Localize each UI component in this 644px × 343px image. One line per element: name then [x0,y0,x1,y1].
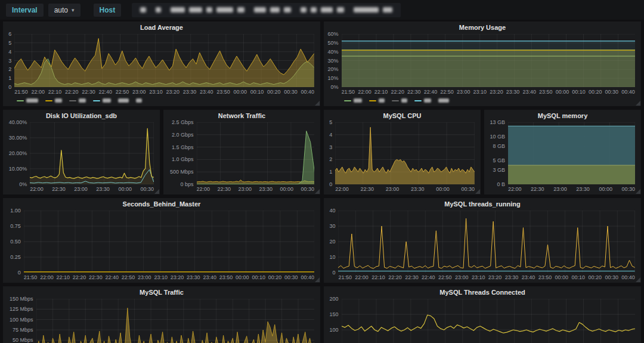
y-axis: 00.250.500.751.00 [5,211,24,273]
x-tick-label: 23:40 [522,89,536,96]
panel-title[interactable]: MySQL CPU [324,110,481,121]
redacted-text [311,7,317,13]
panel-resize-handle[interactable] [315,277,320,282]
legend-item[interactable] [69,98,86,103]
x-tick-label: 00:40 [621,274,635,282]
redacted-text [206,7,212,13]
x-axis: 22:0022:3023:0023:3000:0000:30 [197,184,314,193]
y-tick-label: 0.50 [10,239,21,245]
chart-canvas [197,122,314,184]
x-tick-label: 22:00 [508,186,522,193]
panel-resize-handle[interactable] [636,189,640,194]
y-axis: 0 B3 GB5 GB8 GB10 GB13 GB [487,122,508,184]
y-tick-label: 3 [329,144,332,150]
x-tick-label: 23:30 [183,89,197,96]
legend[interactable] [342,96,635,105]
legend-item[interactable] [369,98,385,103]
host-entry-redacted [156,7,161,13]
x-tick-label: 23:50 [539,89,553,96]
legend-item[interactable] [344,98,362,103]
panel-resize-handle[interactable] [636,101,640,106]
x-tick-label: 00:00 [555,274,569,282]
x-axis: 21:5022:0022:1022:2022:3022:4022:5023:00… [24,273,314,282]
y-tick-label: 500 Mbps [170,169,194,175]
legend-item[interactable] [118,98,129,103]
interval-variable-select[interactable]: auto ▾ [48,4,80,17]
x-tick-label: 23:30 [576,186,590,193]
x-tick-label: 22:10 [48,89,62,96]
legend[interactable] [14,96,314,105]
legend-item[interactable] [45,98,62,103]
legend-item[interactable] [392,98,407,103]
x-tick-label: 23:20 [488,274,502,282]
y-tick-label: 200 [330,296,339,302]
x-tick-label: 00:20 [267,89,281,96]
redacted-text [401,98,407,103]
y-tick-label: 30% [328,58,339,64]
x-tick-label: 00:30 [284,274,298,282]
redacted-text [79,98,86,103]
y-tick-label: 1.00 [10,208,21,214]
plot [335,122,475,184]
plot [342,34,635,87]
x-tick-label: 22:30 [89,274,103,282]
legend-item[interactable] [438,98,449,103]
x-tick-label: 22:00 [335,186,349,193]
legend-item[interactable] [17,98,38,103]
interval-variable-label[interactable]: Interval [6,4,44,17]
chart-disk-io: 0%10.00%20.00%30.00%40.00% 22:0022:3023:… [3,121,160,194]
legend-series-swatch [17,100,24,101]
x-tick-label: 00:30 [301,186,314,193]
panel-mysql-cpu: MySQL CPU 012345 22:0022:3023:0023:3000:… [324,110,481,194]
panel-title[interactable]: MySQL Traffic [3,286,320,298]
x-tick-label: 23:30 [505,274,519,282]
panel-title[interactable]: MySQL threads_running [324,198,641,209]
panel-resize-handle[interactable] [315,189,320,194]
y-tick-label: 0 [332,270,335,276]
y-tick-label: 2 [329,156,332,162]
panel-resize-handle[interactable] [154,189,159,194]
panel-title[interactable]: MySQL Threads Connected [324,286,641,298]
panel-title[interactable]: MySQL memory [484,110,641,121]
x-tick-label: 23:20 [171,274,184,282]
panel-resize-handle[interactable] [636,277,640,282]
host-variable-label[interactable]: Host [94,4,122,17]
plot [338,211,635,273]
x-tick-label: 23:50 [538,274,552,282]
panel-title[interactable]: Memory Usage [324,21,641,33]
host-variable-select[interactable] [132,3,401,17]
x-tick-label: 22:00 [30,186,44,193]
x-tick-label: 22:30 [531,186,544,193]
y-axis: 0123456 [5,34,14,87]
x-tick-label: 00:20 [589,89,602,96]
x-tick-label: 23:50 [219,274,233,282]
x-tick-label: 00:30 [605,274,618,282]
redacted-text [383,7,392,13]
legend-item[interactable] [136,98,142,103]
plot [342,299,635,343]
panel-mysql-threads-running: MySQL threads_running 010203040 21:5022:… [324,198,641,283]
x-tick-label: 21:50 [14,89,28,96]
x-tick-label: 22:30 [52,186,66,193]
panel-title[interactable]: Load Average [3,21,320,33]
legend-item[interactable] [414,98,431,103]
host-entry-redacted [171,7,244,13]
chart-mysql-cpu: 012345 22:0022:3023:0023:3000:0000:30 [324,121,481,194]
x-tick-label: 00:30 [284,89,298,96]
x-tick-label: 23:10 [149,89,163,96]
y-tick-label: 6 [8,31,11,37]
y-tick-label: 1.0 Gbps [172,156,194,162]
x-tick-label: 22:30 [407,89,421,96]
legend-item[interactable] [93,98,111,103]
x-tick-label: 23:40 [522,274,535,282]
panel-title[interactable]: Seconds_Behind_Master [3,198,320,209]
x-tick-label: 22:50 [116,89,129,96]
redacted-text [55,98,62,103]
panel-resize-handle[interactable] [315,101,320,106]
panel-resize-handle[interactable] [475,189,480,194]
legend-series-swatch [93,100,100,101]
x-tick-label: 23:40 [200,89,213,96]
y-tick-label: 13 GB [490,119,505,125]
x-tick-label: 23:30 [259,186,273,193]
x-tick-label: 00:00 [556,89,569,96]
